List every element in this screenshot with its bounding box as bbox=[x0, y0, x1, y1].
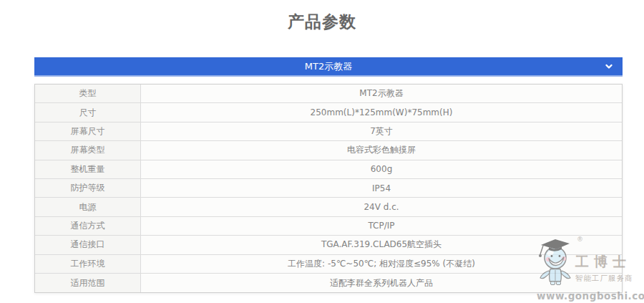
gongboshi-mascot-icon bbox=[537, 238, 575, 289]
row-value: IP54 bbox=[141, 179, 622, 197]
table-row: 适用范围 适配李群全系列机器人产品 bbox=[35, 274, 622, 292]
table-row: 尺寸 250mm(L)*125mm(W)*75mm(H) bbox=[35, 103, 622, 122]
section-header-label: MT2示教器 bbox=[305, 60, 352, 73]
row-label: 电源 bbox=[35, 198, 141, 216]
table-row: 类型 MT2示教器 bbox=[35, 85, 622, 103]
row-value: 7英寸 bbox=[141, 122, 622, 140]
table-row: 工作环境 工作温度: -5℃~50℃; 相对湿度≤95% (不凝结) bbox=[35, 255, 622, 274]
row-label: 类型 bbox=[35, 85, 141, 102]
table-row: 屏幕尺寸 7英寸 bbox=[35, 122, 622, 141]
table-row: 防护等级 IP54 bbox=[35, 179, 622, 198]
row-label: 通信接口 bbox=[35, 236, 141, 254]
section-header-mt2[interactable]: MT2示教器 bbox=[34, 57, 623, 77]
row-value: 600g bbox=[141, 160, 622, 178]
table-row: 通信方式 TCP/IP bbox=[35, 217, 622, 236]
row-label: 屏幕类型 bbox=[35, 141, 141, 159]
row-label: 尺寸 bbox=[35, 103, 141, 121]
registered-trademark-symbol: ® bbox=[577, 236, 583, 243]
table-row: 电源 24V d.c. bbox=[35, 198, 622, 216]
chevron-down-icon[interactable] bbox=[604, 62, 614, 72]
row-label: 通信方式 bbox=[35, 217, 141, 235]
row-label: 防护等级 bbox=[35, 179, 141, 197]
spec-table: 类型 MT2示教器 尺寸 250mm(L)*125mm(W)*75mm(H) 屏… bbox=[34, 84, 623, 293]
watermark-brand: 工博士 bbox=[575, 253, 634, 271]
row-value: 250mm(L)*125mm(W)*75mm(H) bbox=[141, 103, 622, 121]
watermark-tagline: 智能工厂服务商 bbox=[575, 274, 634, 284]
page-title: 产品参数 bbox=[0, 0, 644, 33]
row-label: 工作环境 bbox=[35, 255, 141, 273]
row-label: 屏幕尺寸 bbox=[35, 122, 141, 140]
row-label: 适用范围 bbox=[35, 274, 141, 292]
row-label: 整机重量 bbox=[35, 160, 141, 178]
table-row: 通信接口 TGA.AF.319.CLAD65航空插头 bbox=[35, 236, 622, 254]
table-row: 整机重量 600g bbox=[35, 160, 622, 179]
site-watermark: ® 工博士 智能工厂服务商 www.gongboshi.com bbox=[537, 238, 634, 302]
row-value: TCP/IP bbox=[141, 217, 622, 235]
table-row: 屏幕类型 电容式彩色触摸屏 bbox=[35, 141, 622, 160]
watermark-url: www.gongboshi.com bbox=[537, 290, 634, 302]
row-value: MT2示教器 bbox=[141, 85, 622, 102]
row-value: 电容式彩色触摸屏 bbox=[141, 141, 622, 159]
row-value: 24V d.c. bbox=[141, 198, 622, 216]
